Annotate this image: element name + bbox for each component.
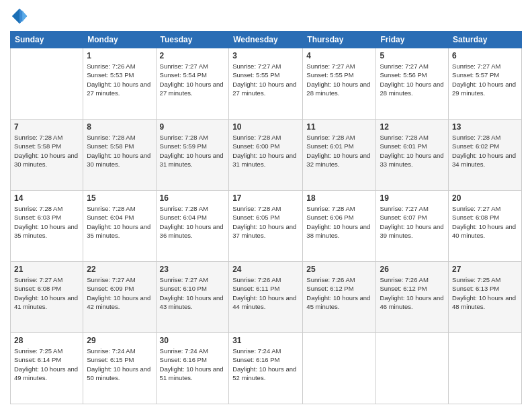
day-number: 26	[380, 265, 445, 274]
day-info: Sunrise: 7:24 AM Sunset: 6:16 PM Dayligh…	[232, 347, 299, 382]
header-day: Wednesday	[229, 32, 303, 48]
day-number: 22	[87, 265, 152, 274]
calendar-cell: 24 Sunrise: 7:26 AM Sunset: 6:11 PM Dayl…	[229, 262, 303, 333]
calendar-cell: 2 Sunrise: 7:27 AM Sunset: 5:54 PM Dayli…	[156, 48, 229, 120]
day-info: Sunrise: 7:27 AM Sunset: 5:55 PM Dayligh…	[306, 62, 372, 97]
day-info: Sunrise: 7:28 AM Sunset: 6:01 PM Dayligh…	[306, 133, 372, 169]
header-row: SundayMondayTuesdayWednesdayThursdayFrid…	[11, 32, 522, 48]
calendar-week-row: 1 Sunrise: 7:26 AM Sunset: 5:53 PM Dayli…	[11, 48, 522, 120]
day-number: 27	[452, 265, 518, 274]
day-number: 29	[87, 336, 152, 345]
calendar-cell: 29 Sunrise: 7:24 AM Sunset: 6:15 PM Dayl…	[83, 333, 156, 404]
calendar-week-row: 21 Sunrise: 7:27 AM Sunset: 6:08 PM Dayl…	[11, 262, 522, 333]
day-number: 15	[87, 193, 152, 203]
day-number: 7	[14, 122, 79, 132]
day-number: 4	[306, 51, 372, 60]
day-info: Sunrise: 7:28 AM Sunset: 6:06 PM Dayligh…	[306, 204, 372, 240]
day-number: 13	[452, 122, 518, 132]
calendar-cell: 15 Sunrise: 7:28 AM Sunset: 6:04 PM Dayl…	[83, 191, 156, 262]
calendar-cell	[303, 333, 376, 404]
header-day: Tuesday	[156, 32, 229, 48]
day-number: 16	[160, 193, 226, 203]
calendar-cell: 8 Sunrise: 7:28 AM Sunset: 5:58 PM Dayli…	[83, 120, 156, 191]
day-info: Sunrise: 7:27 AM Sunset: 5:54 PM Dayligh…	[160, 62, 226, 97]
day-number: 12	[380, 122, 445, 132]
day-info: Sunrise: 7:28 AM Sunset: 6:04 PM Dayligh…	[87, 204, 152, 240]
day-number: 8	[87, 122, 152, 132]
day-info: Sunrise: 7:28 AM Sunset: 5:58 PM Dayligh…	[87, 133, 152, 169]
day-number: 6	[452, 51, 518, 60]
calendar-week-row: 7 Sunrise: 7:28 AM Sunset: 5:58 PM Dayli…	[11, 120, 522, 191]
day-number: 24	[232, 265, 299, 274]
day-number: 30	[160, 336, 226, 345]
day-number: 9	[160, 122, 226, 132]
calendar-cell: 5 Sunrise: 7:27 AM Sunset: 5:56 PM Dayli…	[376, 48, 449, 120]
day-info: Sunrise: 7:27 AM Sunset: 5:57 PM Dayligh…	[452, 62, 518, 97]
calendar-cell: 16 Sunrise: 7:28 AM Sunset: 6:04 PM Dayl…	[156, 191, 229, 262]
calendar-cell: 28 Sunrise: 7:25 AM Sunset: 6:14 PM Dayl…	[11, 333, 83, 404]
day-info: Sunrise: 7:26 AM Sunset: 6:11 PM Dayligh…	[232, 275, 299, 311]
day-number: 28	[14, 336, 79, 345]
calendar-cell: 19 Sunrise: 7:27 AM Sunset: 6:07 PM Dayl…	[376, 191, 449, 262]
day-number: 2	[160, 51, 226, 60]
calendar-week-row: 28 Sunrise: 7:25 AM Sunset: 6:14 PM Dayl…	[11, 333, 522, 404]
calendar-cell: 26 Sunrise: 7:26 AM Sunset: 6:12 PM Dayl…	[376, 262, 449, 333]
day-number: 19	[380, 193, 445, 203]
calendar-cell: 1 Sunrise: 7:26 AM Sunset: 5:53 PM Dayli…	[83, 48, 156, 120]
calendar-cell: 30 Sunrise: 7:24 AM Sunset: 6:16 PM Dayl…	[156, 333, 229, 404]
day-info: Sunrise: 7:27 AM Sunset: 6:10 PM Dayligh…	[160, 275, 226, 311]
day-info: Sunrise: 7:28 AM Sunset: 6:04 PM Dayligh…	[160, 204, 226, 240]
calendar-cell: 7 Sunrise: 7:28 AM Sunset: 5:58 PM Dayli…	[11, 120, 83, 191]
header	[10, 7, 522, 26]
calendar-cell: 20 Sunrise: 7:27 AM Sunset: 6:08 PM Dayl…	[449, 191, 522, 262]
calendar-cell: 10 Sunrise: 7:28 AM Sunset: 6:00 PM Dayl…	[229, 120, 303, 191]
day-number: 3	[232, 51, 299, 60]
calendar-cell: 4 Sunrise: 7:27 AM Sunset: 5:55 PM Dayli…	[303, 48, 376, 120]
calendar-cell: 17 Sunrise: 7:28 AM Sunset: 6:05 PM Dayl…	[229, 191, 303, 262]
calendar-cell	[11, 48, 83, 120]
day-info: Sunrise: 7:27 AM Sunset: 6:08 PM Dayligh…	[14, 275, 79, 311]
calendar-cell: 23 Sunrise: 7:27 AM Sunset: 6:10 PM Dayl…	[156, 262, 229, 333]
day-number: 23	[160, 265, 226, 274]
day-number: 21	[14, 265, 79, 274]
logo	[10, 7, 32, 26]
day-info: Sunrise: 7:28 AM Sunset: 6:01 PM Dayligh…	[380, 133, 445, 169]
calendar-cell: 31 Sunrise: 7:24 AM Sunset: 6:16 PM Dayl…	[229, 333, 303, 404]
day-info: Sunrise: 7:28 AM Sunset: 6:00 PM Dayligh…	[232, 133, 299, 169]
calendar-table: SundayMondayTuesdayWednesdayThursdayFrid…	[10, 31, 522, 404]
day-info: Sunrise: 7:25 AM Sunset: 6:14 PM Dayligh…	[14, 347, 79, 382]
calendar-cell: 11 Sunrise: 7:28 AM Sunset: 6:01 PM Dayl…	[303, 120, 376, 191]
day-number: 10	[232, 122, 299, 132]
calendar-cell	[376, 333, 449, 404]
page: SundayMondayTuesdayWednesdayThursdayFrid…	[0, 0, 532, 411]
day-number: 31	[232, 336, 299, 345]
day-info: Sunrise: 7:26 AM Sunset: 5:53 PM Dayligh…	[87, 62, 152, 97]
calendar-cell: 21 Sunrise: 7:27 AM Sunset: 6:08 PM Dayl…	[11, 262, 83, 333]
calendar-cell: 22 Sunrise: 7:27 AM Sunset: 6:09 PM Dayl…	[83, 262, 156, 333]
day-info: Sunrise: 7:26 AM Sunset: 6:12 PM Dayligh…	[380, 275, 445, 311]
calendar-cell: 14 Sunrise: 7:28 AM Sunset: 6:03 PM Dayl…	[11, 191, 83, 262]
day-info: Sunrise: 7:28 AM Sunset: 6:03 PM Dayligh…	[14, 204, 79, 240]
day-info: Sunrise: 7:28 AM Sunset: 6:05 PM Dayligh…	[232, 204, 299, 240]
day-info: Sunrise: 7:27 AM Sunset: 6:08 PM Dayligh…	[452, 204, 518, 240]
day-number: 20	[452, 193, 518, 203]
header-day: Friday	[376, 32, 449, 48]
header-day: Monday	[83, 32, 156, 48]
day-info: Sunrise: 7:25 AM Sunset: 6:13 PM Dayligh…	[452, 275, 518, 311]
calendar-cell	[449, 333, 522, 404]
svg-marker-2	[22, 11, 27, 22]
day-number: 5	[380, 51, 445, 60]
day-info: Sunrise: 7:28 AM Sunset: 5:58 PM Dayligh…	[14, 133, 79, 169]
calendar-cell: 25 Sunrise: 7:26 AM Sunset: 6:12 PM Dayl…	[303, 262, 376, 333]
calendar-cell: 9 Sunrise: 7:28 AM Sunset: 5:59 PM Dayli…	[156, 120, 229, 191]
day-number: 14	[14, 193, 79, 203]
day-number: 1	[87, 51, 152, 60]
day-info: Sunrise: 7:26 AM Sunset: 6:12 PM Dayligh…	[306, 275, 372, 311]
day-info: Sunrise: 7:28 AM Sunset: 6:02 PM Dayligh…	[452, 133, 518, 169]
day-info: Sunrise: 7:27 AM Sunset: 5:55 PM Dayligh…	[232, 62, 299, 97]
day-info: Sunrise: 7:24 AM Sunset: 6:15 PM Dayligh…	[87, 347, 152, 382]
calendar-cell: 13 Sunrise: 7:28 AM Sunset: 6:02 PM Dayl…	[449, 120, 522, 191]
calendar-week-row: 14 Sunrise: 7:28 AM Sunset: 6:03 PM Dayl…	[11, 191, 522, 262]
header-day: Thursday	[303, 32, 376, 48]
day-info: Sunrise: 7:27 AM Sunset: 5:56 PM Dayligh…	[380, 62, 445, 97]
